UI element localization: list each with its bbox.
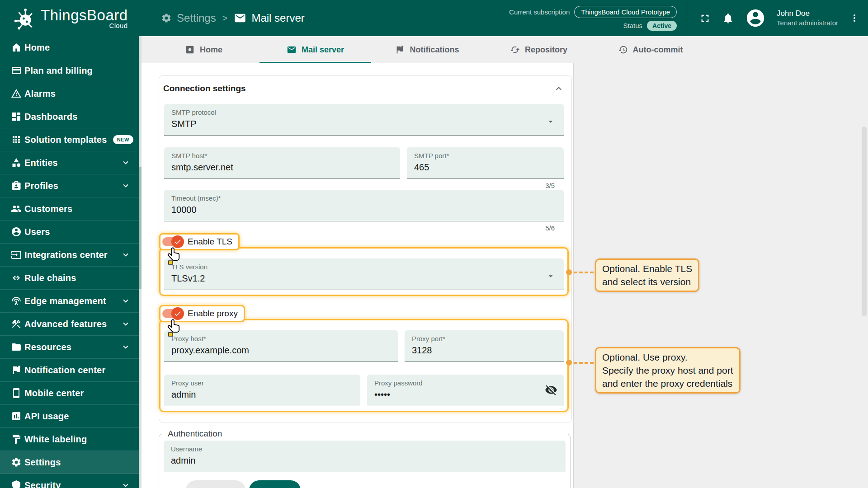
- security-shield-icon: [11, 480, 22, 488]
- integrations-input-icon: [11, 249, 22, 260]
- breadcrumb-settings[interactable]: Settings: [161, 12, 216, 24]
- sidebar-item-solution-templates[interactable]: Solution templates NEW: [0, 128, 142, 151]
- resources-folder-icon: [11, 342, 22, 352]
- settings-tabbar: Home Mail server Notifications Repositor…: [142, 36, 868, 63]
- customers-people-icon: [11, 203, 22, 214]
- authentication-legend: Authentication: [165, 429, 225, 439]
- avatar[interactable]: [745, 8, 766, 28]
- sidebar-item-alarms[interactable]: Alarms: [0, 82, 142, 105]
- enable-proxy-annotation: Enable proxy Proxy host* proxy.example.c…: [159, 305, 569, 412]
- proxy-password-field[interactable]: Proxy password •••••: [367, 375, 564, 406]
- enable-proxy-toggle-row: Enable proxy: [159, 305, 245, 322]
- thingsboard-logo-icon: [12, 5, 37, 31]
- tab-repository[interactable]: Repository: [483, 36, 594, 63]
- mobile-center-phone-icon: [11, 388, 22, 399]
- kebab-menu-button[interactable]: [849, 13, 860, 23]
- subscription-pill[interactable]: ThingsBoard Cloud Prototype: [574, 6, 677, 18]
- breadcrumb: Settings > Mail server: [161, 12, 305, 24]
- timeout-counter: 5/6: [159, 224, 555, 232]
- notifications-bell-button[interactable]: [722, 12, 734, 24]
- enable-proxy-toggle[interactable]: [162, 307, 184, 320]
- advanced-features-tools-icon: [11, 319, 22, 329]
- sidebar-item-rule-chains[interactable]: Rule chains: [0, 267, 142, 290]
- smtp-host-field[interactable]: SMTP host* smtp.server.net: [164, 147, 400, 179]
- timeout-field[interactable]: Timeout (msec)* 10000: [164, 190, 564, 221]
- sidebar-item-dashboards[interactable]: Dashboards: [0, 105, 142, 128]
- tab-notifications[interactable]: Notifications: [371, 36, 483, 63]
- sidebar-item-resources[interactable]: Resources: [0, 336, 142, 359]
- tab-home[interactable]: Home: [148, 36, 259, 63]
- user-block[interactable]: John Doe Tenant administrator: [777, 9, 838, 28]
- chevron-down-icon[interactable]: [121, 296, 131, 306]
- smtp-port-counter: 3/5: [159, 182, 555, 190]
- sidebar-item-plan-and-billing[interactable]: Plan and billing: [0, 59, 142, 82]
- tls-version-select[interactable]: TLS version TLSv1.2: [164, 258, 564, 290]
- status-label: Status: [623, 22, 643, 29]
- user-role: Tenant administrator: [777, 18, 838, 28]
- enable-tls-toggle-row: Enable TLS: [159, 233, 240, 250]
- smtp-protocol-select[interactable]: SMTP protocol SMTP: [164, 104, 564, 136]
- sidebar-item-settings[interactable]: Settings: [0, 451, 142, 474]
- enable-tls-annotation: Enable TLS TLS version TLSv1.2: [159, 233, 569, 296]
- chevron-down-icon[interactable]: [121, 319, 131, 329]
- fullscreen-button[interactable]: [699, 12, 711, 24]
- proxy-port-field[interactable]: Proxy port* 3128: [405, 330, 564, 362]
- chevron-down-icon[interactable]: [121, 250, 131, 260]
- sidebar-item-entities[interactable]: Entities: [0, 151, 142, 174]
- mail-server-panel: Connection settings SMTP protocol SMTP S…: [142, 63, 574, 488]
- enable-proxy-label: Enable proxy: [188, 309, 238, 319]
- tab-auto-commit[interactable]: Auto-commit: [594, 36, 706, 63]
- profiles-badge-icon: [11, 180, 22, 191]
- auth-toggle-left-button[interactable]: [186, 480, 245, 488]
- mail-icon: [287, 45, 297, 55]
- sidebar-item-home[interactable]: Home: [0, 36, 142, 59]
- entities-category-icon: [11, 157, 22, 168]
- rule-chains-icon: [11, 272, 22, 283]
- proxy-host-field[interactable]: Proxy host* proxy.example.com: [164, 330, 398, 362]
- sidebar-item-integrations-center[interactable]: Integrations center: [0, 244, 142, 267]
- hand-cursor-icon: [167, 319, 182, 337]
- collapse-button[interactable]: [553, 83, 564, 94]
- sidebar-item-mobile-center[interactable]: Mobile center: [0, 382, 142, 405]
- brand[interactable]: ThingsBoard Cloud: [0, 5, 149, 31]
- enable-tls-label: Enable TLS: [188, 237, 232, 247]
- sidebar-item-advanced-features[interactable]: Advanced features: [0, 313, 142, 336]
- sidebar-item-notification-center[interactable]: Notification center: [0, 359, 142, 382]
- fullscreen-icon: [699, 12, 711, 24]
- chevron-down-icon[interactable]: [121, 158, 131, 168]
- sidebar-item-api-usage[interactable]: API usage: [0, 405, 142, 428]
- sidebar-item-users[interactable]: Users: [0, 221, 142, 244]
- header-divider: [688, 0, 688, 36]
- sidebar-item-white-labeling[interactable]: White labeling: [0, 428, 142, 451]
- auth-toggle-right-button[interactable]: [249, 480, 301, 488]
- tls-tooltip: Optional. Enable TLS and select its vers…: [595, 258, 699, 292]
- alarm-warning-icon: [11, 88, 22, 99]
- sidebar-item-edge-management[interactable]: Edge management: [0, 290, 142, 313]
- sidebar-item-customers[interactable]: Customers: [0, 197, 142, 221]
- proxy-user-field[interactable]: Proxy user admin: [164, 375, 360, 406]
- sidebar-item-profiles[interactable]: Profiles: [0, 174, 142, 197]
- page-scrollbar-thumb[interactable]: [862, 127, 867, 316]
- username-field[interactable]: Username admin: [164, 441, 566, 472]
- tab-mail-server[interactable]: Mail server: [259, 36, 371, 63]
- visibility-off-icon[interactable]: [545, 384, 557, 396]
- breadcrumb-mail-server[interactable]: Mail server: [234, 12, 304, 24]
- chevron-down-icon[interactable]: [121, 480, 131, 488]
- chevron-up-icon: [553, 83, 564, 94]
- enable-tls-toggle[interactable]: [162, 235, 184, 248]
- subscription-label: Current subscription: [509, 8, 570, 16]
- chevron-down-icon[interactable]: [121, 342, 131, 352]
- status-badge: Active: [647, 21, 677, 31]
- chevron-down-icon[interactable]: [121, 181, 131, 191]
- brand-title: ThingsBoard: [41, 7, 128, 23]
- white-labeling-paint-icon: [11, 434, 22, 445]
- smtp-port-field[interactable]: SMTP port* 465: [407, 147, 564, 179]
- kebab-menu-icon: [849, 13, 860, 23]
- notifications-flag-icon: [395, 45, 405, 55]
- sidebar: Home Plan and billing Alarms Dashboards …: [0, 36, 142, 488]
- notification-center-flag-icon: [11, 365, 22, 375]
- check-icon: [174, 238, 182, 246]
- proxy-tooltip: Optional. Use proxy. Specify the proxy h…: [595, 347, 741, 394]
- sidebar-scrollbar-thumb[interactable]: [139, 167, 142, 289]
- sidebar-item-security[interactable]: Security: [0, 474, 142, 488]
